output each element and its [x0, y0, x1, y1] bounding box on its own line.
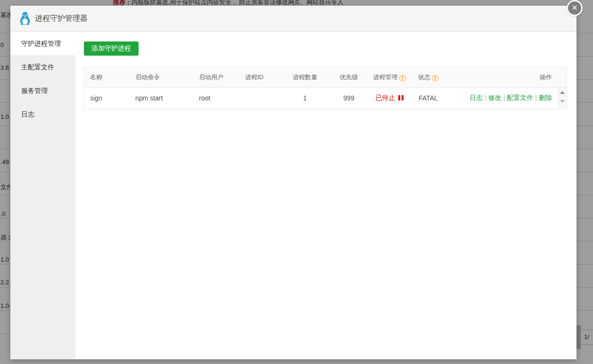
header-manage: 进程管理?: [369, 67, 410, 87]
sidebar: 守护进程管理 主配置文件 服务管理 日志: [10, 32, 75, 359]
log-link[interactable]: 日志: [469, 94, 483, 101]
stopped-status-text: 已停止: [376, 94, 395, 101]
header-user: 启动用户: [193, 67, 239, 87]
status-help-icon[interactable]: ?: [432, 75, 438, 82]
cell-actions: 日志|修改|配置文件|删除: [446, 87, 566, 109]
header-command: 启动命令: [130, 67, 193, 87]
main-content: 添加守护进程 名称 启动命令 启动用户 进程ID 进程数量 优先级 进程管理? …: [75, 32, 577, 359]
modal-title: 进程守护管理器: [35, 14, 88, 24]
add-daemon-button[interactable]: 添加守护进程: [84, 41, 139, 56]
sidebar-item-main-config[interactable]: 主配置文件: [10, 55, 75, 79]
cell-status: FATAL: [410, 87, 446, 109]
tux-penguin-icon: [19, 11, 31, 25]
process-guard-manager-modal: 进程守护管理器 守护进程管理 主配置文件 服务管理 日志 添加守护进程 名称 启…: [10, 6, 577, 359]
delete-link[interactable]: 删除: [539, 94, 552, 101]
header-priority: 优先级: [329, 67, 369, 87]
table-row: sign npm start root 1 999 已停止 FATAL 日志: [84, 87, 566, 109]
cell-priority: 999: [329, 87, 369, 109]
modal-body: 守护进程管理 主配置文件 服务管理 日志 添加守护进程 名称 启动命令 启动用户…: [10, 32, 577, 359]
header-count: 进程数量: [281, 67, 329, 87]
sidebar-item-service-management[interactable]: 服务管理: [10, 79, 75, 102]
cell-pid: [239, 87, 281, 109]
cell-count: 1: [281, 87, 329, 109]
sidebar-item-daemon-management[interactable]: 守护进程管理: [10, 32, 75, 55]
cell-name: sign: [84, 87, 130, 109]
edit-link[interactable]: 修改: [488, 94, 502, 101]
cell-user: root: [193, 87, 239, 109]
scroll-down-icon[interactable]: [560, 100, 565, 103]
header-status: 状态?: [410, 67, 446, 87]
cell-manage: 已停止: [369, 87, 410, 109]
sidebar-item-logs[interactable]: 日志: [10, 102, 75, 126]
header-actions: 操作: [446, 67, 566, 87]
daemon-table: 名称 启动命令 启动用户 进程ID 进程数量 优先级 进程管理? 状态? 操作: [84, 67, 567, 109]
table-scrollbar[interactable]: [558, 88, 566, 109]
manage-help-icon[interactable]: ?: [399, 75, 406, 82]
scroll-up-icon[interactable]: [560, 91, 565, 94]
config-file-link[interactable]: 配置文件: [507, 94, 533, 101]
modal-header: 进程守护管理器: [10, 6, 577, 32]
pause-icon[interactable]: [398, 95, 404, 100]
close-button[interactable]: ✕: [567, 0, 583, 16]
header-pid: 进程ID: [239, 67, 281, 87]
cell-command: npm start: [130, 87, 193, 109]
table-header-row: 名称 启动命令 启动用户 进程ID 进程数量 优先级 进程管理? 状态? 操作: [84, 67, 566, 87]
header-name: 名称: [84, 67, 130, 87]
